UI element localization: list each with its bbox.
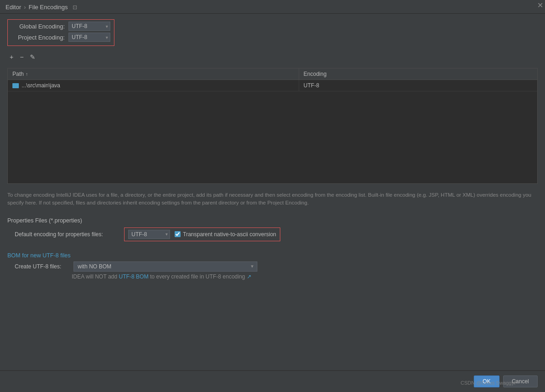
bom-info-suffix: to every created file in UTF-8 encoding <box>148 273 245 280</box>
project-encoding-label: Project Encoding: <box>10 34 65 41</box>
folder-icon <box>12 83 19 88</box>
edit-button[interactable]: ✎ <box>28 52 38 62</box>
project-encoding-select[interactable]: UTF-8 UTF-16 ISO-8859-1 ASCII <box>68 33 110 42</box>
project-encoding-select-wrapper: UTF-8 UTF-16 ISO-8859-1 ASCII <box>68 33 110 42</box>
breadcrumb-separator: › <box>24 4 26 11</box>
main-content: Global Encoding: UTF-8 UTF-16 ISO-8859-1… <box>0 14 545 370</box>
breadcrumb-edit-icon[interactable]: ⊡ <box>73 4 77 11</box>
bom-info-prefix: IDEA will NOT add <box>72 273 119 280</box>
column-header-path[interactable]: Path <box>8 68 299 80</box>
bom-create-label: Create UTF-8 files: <box>15 263 70 270</box>
table-header: Path Encoding <box>8 68 537 80</box>
breadcrumb-current: File Encodings <box>28 4 68 11</box>
breadcrumb-parent[interactable]: Editor <box>6 4 21 11</box>
close-button[interactable]: ✕ <box>537 1 543 10</box>
bom-info-text: IDEA will NOT add UTF-8 BOM to every cre… <box>7 273 538 280</box>
watermark: CSDN @Cetus SwaggyP <box>460 380 517 386</box>
global-encoding-label: Global Encoding: <box>10 23 65 30</box>
properties-controls: UTF-8 UTF-16 ISO-8859-1 Transparent nati… <box>124 227 280 241</box>
bom-info-link[interactable]: UTF-8 BOM <box>119 273 148 280</box>
transparent-conversion-text: Transparent native-to-ascii conversion <box>183 231 276 238</box>
column-header-encoding[interactable]: Encoding <box>299 68 537 80</box>
bom-create-select-wrapper: with NO BOM with BOM <box>74 261 257 272</box>
project-encoding-row: Project Encoding: UTF-8 UTF-16 ISO-8859-… <box>10 33 110 42</box>
transparent-conversion-label[interactable]: Transparent native-to-ascii conversion <box>175 231 276 238</box>
breadcrumb-bar: Editor › File Encodings ⊡ <box>0 0 545 14</box>
global-encoding-select[interactable]: UTF-8 UTF-16 ISO-8859-1 ASCII <box>68 22 110 31</box>
bom-section-title: BOM for new UTF-8 files <box>7 252 538 259</box>
transparent-conversion-checkbox[interactable] <box>175 231 181 237</box>
properties-encoding-select[interactable]: UTF-8 UTF-16 ISO-8859-1 <box>128 230 170 239</box>
path-cell: ...\src\main\java <box>8 80 299 91</box>
remove-button[interactable]: − <box>17 52 26 62</box>
table-empty-area <box>8 91 537 183</box>
properties-section-title: Properties Files (*.properties) <box>7 217 538 224</box>
global-encoding-select-wrapper: UTF-8 UTF-16 ISO-8859-1 ASCII <box>68 22 110 31</box>
bom-info-arrow: ↗ <box>247 273 251 280</box>
properties-encoding-label: Default encoding for properties files: <box>15 231 120 238</box>
properties-encoding-select-wrapper: UTF-8 UTF-16 ISO-8859-1 <box>128 230 170 239</box>
properties-section: Properties Files (*.properties) Default … <box>7 215 538 243</box>
settings-dialog: ✕ Editor › File Encodings ⊡ Global Encod… <box>0 0 545 392</box>
bom-create-row: Create UTF-8 files: with NO BOM with BOM <box>7 261 538 272</box>
path-value: ...\src\main\java <box>22 82 60 89</box>
bom-create-select[interactable]: with NO BOM with BOM <box>74 261 257 272</box>
encoding-table: Path Encoding ...\src\main\java UTF-8 <box>7 68 538 184</box>
encoding-cell: UTF-8 <box>299 80 537 91</box>
info-text: To change encoding IntelliJ IDEA uses fo… <box>7 188 538 210</box>
bom-section: BOM for new UTF-8 files Create UTF-8 fil… <box>7 248 538 280</box>
add-button[interactable]: + <box>7 52 16 62</box>
table-row[interactable]: ...\src\main\java UTF-8 <box>8 80 537 91</box>
encoding-toolbar: + − ✎ <box>7 51 538 63</box>
global-encoding-row: Global Encoding: UTF-8 UTF-16 ISO-8859-1… <box>10 22 110 31</box>
